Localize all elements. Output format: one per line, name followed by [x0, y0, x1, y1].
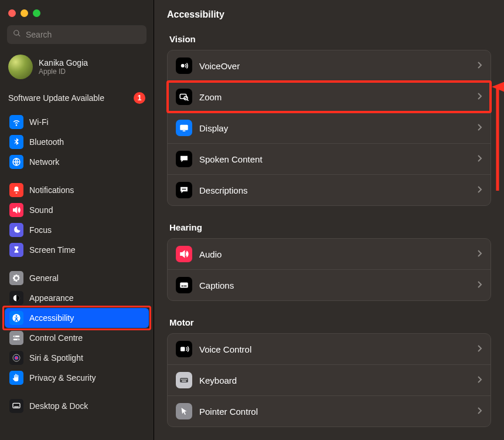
sidebar-item-network[interactable]: Network	[5, 152, 149, 172]
row-pointer-control[interactable]: Pointer Control	[168, 396, 491, 427]
row-keyboard[interactable]: Keyboard	[168, 365, 491, 396]
accessibility-icon	[9, 311, 23, 325]
bell-icon	[9, 183, 23, 197]
account-sub: Apple ID	[39, 67, 88, 76]
row-label: Audio	[199, 249, 471, 259]
sidebar-item-label: Siri & Spotlight	[29, 353, 83, 363]
settings-window: Kanika Gogia Apple ID Software Update Av…	[0, 0, 504, 440]
row-label: Captions	[199, 280, 471, 290]
siri-icon	[9, 351, 23, 365]
sidebar-item-label: Control Centre	[29, 333, 83, 343]
sidebar-item-label: Appearance	[29, 293, 74, 303]
update-badge: 1	[134, 92, 145, 104]
row-zoom[interactable]: Zoom	[168, 82, 491, 113]
sidebar-item-label: Desktop & Dock	[29, 401, 88, 411]
sidebar-item-label: Focus	[29, 225, 52, 235]
captions-icon	[176, 277, 192, 293]
section-motor: Voice ControlKeyboardPointer Control	[167, 333, 491, 427]
fullscreen-window-button[interactable]	[33, 9, 40, 17]
sidebar-item-label: Screen Time	[29, 245, 76, 255]
speaker-icon	[9, 203, 23, 217]
section-vision: VoiceOverZoomDisplaySpoken ContentDescri…	[167, 50, 491, 206]
hourglass-icon	[9, 243, 23, 257]
pointer-icon	[176, 403, 192, 419]
appearance-icon	[9, 291, 23, 305]
sidebar-item-siri-spotlight[interactable]: Siri & Spotlight	[5, 348, 149, 368]
sidebar-item-label: Bluetooth	[29, 137, 64, 147]
row-display[interactable]: Display	[168, 113, 491, 144]
hand-icon	[9, 371, 23, 385]
wifi-icon	[9, 115, 23, 129]
row-audio[interactable]: Audio	[168, 239, 491, 270]
row-label: VoiceOver	[199, 61, 471, 71]
sidebar-item-control-centre[interactable]: Control Centre	[5, 328, 149, 348]
software-update-label: Software Update Available	[8, 93, 104, 103]
row-descriptions[interactable]: Descriptions	[168, 175, 491, 205]
sidebar-item-desktop-dock[interactable]: Desktop & Dock	[5, 396, 149, 416]
sidebar-item-bluetooth[interactable]: Bluetooth	[5, 132, 149, 152]
sidebar-item-accessibility[interactable]: Accessibility	[5, 308, 149, 328]
chevron-right-icon	[478, 280, 482, 290]
bubble-icon	[176, 151, 192, 167]
sidebar-item-label: Sound	[29, 205, 53, 215]
bluetooth-icon	[9, 135, 23, 149]
zoom-icon	[176, 89, 192, 105]
search-field[interactable]	[7, 25, 147, 44]
content-pane: Accessibility VisionVoiceOverZoomDisplay…	[154, 0, 504, 440]
row-voiceover[interactable]: VoiceOver	[168, 50, 491, 82]
sidebar-item-general[interactable]: General	[5, 268, 149, 288]
sidebar-item-label: Accessibility	[29, 313, 74, 323]
sidebar-item-sound[interactable]: Sound	[5, 200, 149, 220]
account-name: Kanika Gogia	[39, 58, 88, 67]
sidebar-item-label: Privacy & Security	[29, 373, 96, 383]
chevron-right-icon	[478, 123, 482, 133]
speaker-icon	[176, 246, 192, 262]
chevron-right-icon	[478, 60, 482, 71]
section-title-motor: Motor	[169, 317, 491, 327]
section-title-vision: Vision	[169, 34, 491, 44]
section-hearing: AudioCaptions	[167, 238, 491, 301]
software-update-row[interactable]: Software Update Available 1	[0, 87, 154, 112]
sidebar-item-screen-time[interactable]: Screen Time	[5, 240, 149, 260]
row-label: Pointer Control	[199, 407, 471, 417]
minimize-window-button[interactable]	[21, 9, 28, 17]
moon-icon	[9, 223, 23, 237]
sidebar-item-appearance[interactable]: Appearance	[5, 288, 149, 308]
voiceover-icon	[176, 57, 192, 74]
sidebar-item-privacy-security[interactable]: Privacy & Security	[5, 368, 149, 388]
sidebar-item-label: General	[29, 273, 59, 283]
sidebar-item-label: Network	[29, 157, 59, 167]
row-voice-control[interactable]: Voice Control	[168, 334, 491, 365]
row-label: Zoom	[199, 92, 471, 102]
close-window-button[interactable]	[8, 9, 16, 17]
row-label: Spoken Content	[199, 154, 471, 164]
row-label: Voice Control	[199, 344, 471, 354]
row-captions[interactable]: Captions	[168, 270, 491, 300]
sidebar-item-wi-fi[interactable]: Wi-Fi	[5, 112, 149, 132]
switches-icon	[9, 331, 23, 345]
row-label: Keyboard	[199, 375, 471, 385]
page-title: Accessibility	[167, 9, 491, 20]
sidebar: Kanika Gogia Apple ID Software Update Av…	[0, 0, 154, 440]
avatar	[8, 55, 33, 79]
search-input[interactable]	[26, 30, 141, 39]
row-label: Descriptions	[199, 185, 471, 195]
bubble-dots-icon	[176, 182, 192, 198]
row-label: Display	[199, 123, 471, 133]
chevron-right-icon	[478, 406, 482, 417]
chevron-right-icon	[478, 249, 482, 259]
row-spoken-content[interactable]: Spoken Content	[168, 144, 491, 175]
search-icon	[13, 29, 21, 40]
chevron-right-icon	[478, 375, 482, 385]
chevron-right-icon	[478, 154, 482, 164]
dock-icon	[9, 399, 23, 413]
sidebar-nav: Wi-FiBluetoothNetworkNotificationsSoundF…	[0, 112, 154, 424]
sidebar-item-notifications[interactable]: Notifications	[5, 180, 149, 200]
sidebar-item-focus[interactable]: Focus	[5, 220, 149, 240]
chevron-right-icon	[478, 344, 482, 354]
apple-id-row[interactable]: Kanika Gogia Apple ID	[0, 50, 154, 87]
section-title-hearing: Hearing	[169, 222, 491, 232]
voicecontrol-icon	[176, 341, 192, 357]
annotation-highlight	[2, 306, 151, 330]
chevron-right-icon	[478, 92, 482, 102]
